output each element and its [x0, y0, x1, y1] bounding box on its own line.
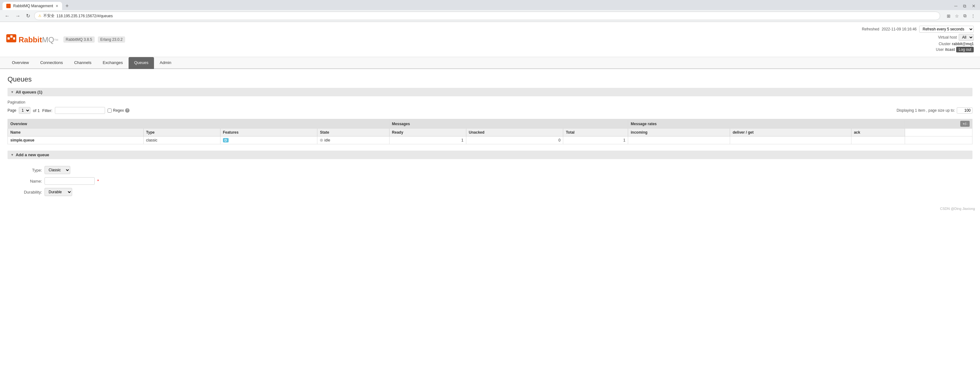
group-header-message-rates: Message rates — [628, 119, 905, 129]
header-right: Refreshed 2022-11-09 16:16:46 Refresh ev… — [862, 26, 974, 53]
browser-actions: ⊞ ☆ ⧉ ⋮ — [945, 12, 977, 19]
col-name: Name — [8, 129, 144, 137]
logo: RabbitMQTM — [6, 34, 58, 45]
version-badges: RabbitMQ 3.8.5 Erlang 23.0.2 — [64, 37, 125, 43]
state-dot-icon — [320, 139, 323, 142]
col-deliver-get: deliver / get — [730, 129, 851, 137]
add-queue-section-title: Add a new queue — [16, 153, 49, 157]
durability-select[interactable]: Durable Transient — [45, 188, 72, 196]
plus-minus-button[interactable]: +/- — [960, 121, 970, 127]
page-size-input[interactable] — [957, 107, 972, 113]
cell-ack — [851, 137, 905, 144]
address-input-field[interactable]: ⚠ 不安全 118.195.235.176:15672/#/queues — [34, 12, 940, 20]
type-select[interactable]: Classic Quorum — [45, 166, 70, 174]
name-form-label: Name: — [14, 179, 42, 183]
cell-ready: 1 — [389, 137, 466, 144]
minimize-button[interactable]: ─ — [952, 3, 959, 9]
svg-rect-2 — [10, 35, 13, 38]
nav-queues[interactable]: Queues — [129, 57, 154, 69]
tab-bar: RabbitMQ Management ✕ + ─ ⧉ ✕ — [0, 0, 980, 10]
of-pages-label: of 1 — [33, 108, 40, 113]
cell-total: 1 — [563, 137, 628, 144]
all-queues-section-title: All queues (1) — [16, 90, 42, 94]
vhost-row: Virtual host All — [862, 34, 974, 41]
regex-checkbox[interactable] — [108, 108, 111, 113]
reload-button[interactable]: ↻ — [24, 12, 32, 19]
refreshed-time: 2022-11-09 16:16:46 — [882, 27, 916, 31]
nav-exchanges[interactable]: Exchanges — [97, 57, 128, 69]
logo-area: RabbitMQTM RabbitMQ 3.8.5 Erlang 23.0.2 — [6, 34, 125, 45]
vhost-select[interactable]: All — [959, 34, 974, 41]
group-header-messages: Messages — [389, 119, 628, 129]
erlang-version-badge: Erlang 23.0.2 — [98, 37, 125, 43]
add-queue-section-header[interactable]: ▼ Add a new queue — [8, 151, 972, 159]
form-row-durability: Durability: Durable Transient — [14, 188, 972, 196]
pagination-label: Pagination — [8, 100, 972, 105]
regex-help-icon[interactable]: ? — [125, 108, 129, 113]
user-name: itcast — [945, 47, 955, 52]
address-bar: ← → ↻ ⚠ 不安全 118.195.235.176:15672/#/queu… — [0, 10, 980, 22]
col-extra — [905, 129, 972, 137]
cell-state: idle — [317, 137, 390, 144]
back-button[interactable]: ← — [3, 13, 11, 19]
all-queues-section-header[interactable]: ▼ All queues (1) — [8, 88, 972, 96]
user-row: User itcast Log out — [862, 47, 974, 53]
plus-minus-cell: +/- — [905, 119, 972, 129]
footer: CSDN @Ding Jiaxiong — [0, 206, 980, 212]
refreshed-label: Refreshed — [862, 27, 879, 31]
security-label: 不安全 — [43, 13, 54, 19]
col-unacked: Unacked — [466, 129, 563, 137]
logo-rabbit: Rabbit — [19, 35, 42, 44]
col-ready: Ready — [389, 129, 466, 137]
restore-button[interactable]: ⧉ — [961, 3, 968, 10]
nav-admin[interactable]: Admin — [154, 57, 177, 69]
nav-connections[interactable]: Connections — [35, 57, 68, 69]
tab-favicon — [6, 4, 11, 8]
regex-text: Regex — [113, 108, 124, 113]
cluster-row: Cluster rabbit@mq1 — [862, 42, 974, 46]
col-type: Type — [143, 129, 220, 137]
extensions-button[interactable]: ⧉ — [962, 12, 968, 19]
filter-label: Filter: — [42, 108, 52, 113]
page-label: Page — [8, 108, 16, 113]
new-tab-button[interactable]: + — [64, 3, 70, 10]
name-required-star: * — [97, 178, 99, 183]
name-input[interactable] — [45, 177, 95, 185]
cell-incoming — [628, 137, 730, 144]
user-label: User — [936, 47, 943, 52]
menu-button[interactable]: ⋮ — [969, 12, 977, 19]
displaying-label: Displaying 1 item , page size up to: — [897, 108, 955, 113]
state-text: idle — [324, 138, 330, 142]
url-text: 118.195.235.176:15672/#/queues — [56, 14, 113, 18]
cell-type: classic — [143, 137, 220, 144]
refresh-row: Refreshed 2022-11-09 16:16:46 Refresh ev… — [862, 26, 974, 33]
app-container: RabbitMQTM RabbitMQ 3.8.5 Erlang 23.0.2 … — [0, 22, 980, 365]
cell-unacked: 0 — [466, 137, 563, 144]
nav-channels[interactable]: Channels — [68, 57, 97, 69]
cell-deliver-get — [730, 137, 851, 144]
content-area: Queues ▼ All queues (1) Pagination Page … — [0, 69, 980, 206]
filter-input[interactable] — [55, 107, 105, 114]
tab-close-button[interactable]: ✕ — [56, 4, 58, 8]
translate-button[interactable]: ⊞ — [945, 12, 952, 19]
close-window-button[interactable]: ✕ — [970, 3, 977, 9]
display-info: Displaying 1 item , page size up to: — [897, 107, 972, 113]
table-row[interactable]: simple.queue classic D idle 1 0 1 — [8, 137, 972, 144]
logout-button[interactable]: Log out — [956, 47, 974, 53]
col-state: State — [317, 129, 390, 137]
page-title: Queues — [8, 75, 972, 83]
col-features: Features — [220, 129, 317, 137]
page-select[interactable]: 1 — [19, 107, 30, 114]
refresh-interval-select[interactable]: Refresh every 5 seconds Refresh every 10… — [919, 26, 974, 33]
rabbitmq-version-badge: RabbitMQ 3.8.5 — [64, 37, 95, 43]
nav-overview[interactable]: Overview — [6, 57, 35, 69]
forward-button[interactable]: → — [14, 13, 22, 19]
tab-title: RabbitMQ Management — [13, 4, 53, 8]
col-ack: ack — [851, 129, 905, 137]
add-queue-section-arrow: ▼ — [11, 153, 14, 156]
security-icon: ⚠ — [38, 14, 41, 18]
bookmark-button[interactable]: ☆ — [953, 12, 961, 19]
svg-rect-3 — [13, 37, 15, 40]
active-tab[interactable]: RabbitMQ Management ✕ — [3, 2, 62, 10]
durability-form-label: Durability: — [14, 190, 42, 194]
